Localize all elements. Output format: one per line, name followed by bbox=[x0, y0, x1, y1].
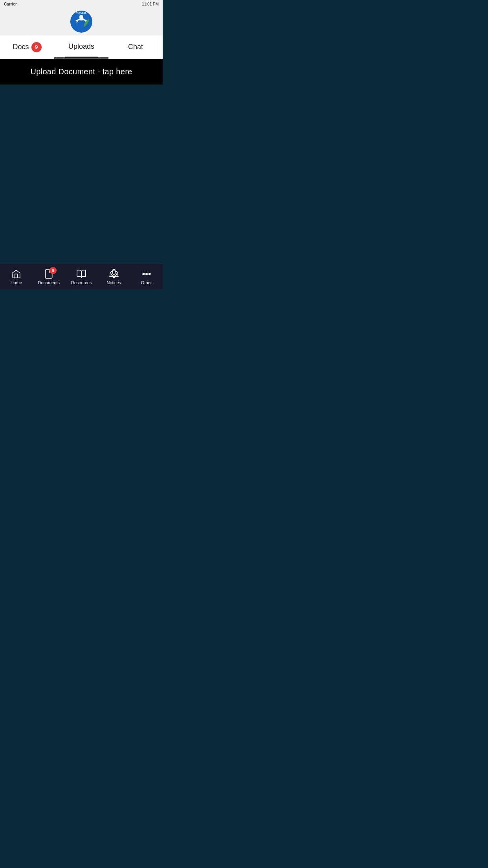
header: THRIVE 25 bbox=[0, 8, 163, 35]
tab-chat[interactable]: Chat bbox=[108, 35, 163, 59]
carrier-text: Carrier bbox=[4, 2, 17, 6]
nav-home-label: Home bbox=[11, 280, 22, 285]
tab-chat-label: Chat bbox=[128, 43, 143, 51]
time-text: 11:01 PM bbox=[142, 2, 159, 6]
resources-icon bbox=[76, 268, 87, 280]
thrive25-logo: THRIVE 25 bbox=[70, 10, 93, 33]
nav-item-notices[interactable]: Notices bbox=[97, 268, 130, 285]
svg-point-7 bbox=[146, 273, 147, 274]
nav-other-label: Other bbox=[141, 280, 152, 285]
docs-badge: 9 bbox=[31, 42, 42, 52]
logo: THRIVE 25 bbox=[70, 10, 93, 33]
notices-icon bbox=[108, 268, 119, 280]
tab-uploads[interactable]: Uploads bbox=[54, 35, 108, 59]
nav-resources-label: Resources bbox=[71, 280, 92, 285]
nav-item-other[interactable]: Other bbox=[130, 268, 163, 285]
nav-item-resources[interactable]: Resources bbox=[65, 268, 98, 285]
home-icon bbox=[11, 268, 22, 280]
upload-button-label: Upload Document - tap here bbox=[30, 67, 132, 76]
nav-item-home[interactable]: Home bbox=[0, 268, 33, 285]
other-icon bbox=[141, 268, 152, 280]
sub-tab-bar: Docs 9 Uploads Chat bbox=[0, 35, 163, 59]
documents-icon: 9 bbox=[43, 268, 54, 280]
upload-document-button[interactable]: Upload Document - tap here bbox=[0, 59, 163, 85]
tab-uploads-label: Uploads bbox=[68, 42, 94, 51]
nav-notices-label: Notices bbox=[106, 280, 121, 285]
svg-text:THRIVE 25: THRIVE 25 bbox=[76, 12, 86, 14]
svg-point-1 bbox=[79, 15, 83, 19]
tab-docs[interactable]: Docs 9 bbox=[0, 35, 54, 59]
nav-item-documents[interactable]: 9 Documents bbox=[33, 268, 65, 285]
nav-documents-label: Documents bbox=[38, 280, 60, 285]
tab-docs-label: Docs bbox=[13, 43, 29, 51]
svg-point-6 bbox=[143, 273, 144, 274]
status-bar: Carrier 11:01 PM bbox=[0, 0, 163, 8]
bottom-nav: Home 9 Documents Resources bbox=[0, 264, 163, 289]
documents-nav-badge: 9 bbox=[50, 267, 57, 274]
svg-rect-3 bbox=[113, 270, 116, 274]
svg-point-8 bbox=[149, 273, 150, 274]
